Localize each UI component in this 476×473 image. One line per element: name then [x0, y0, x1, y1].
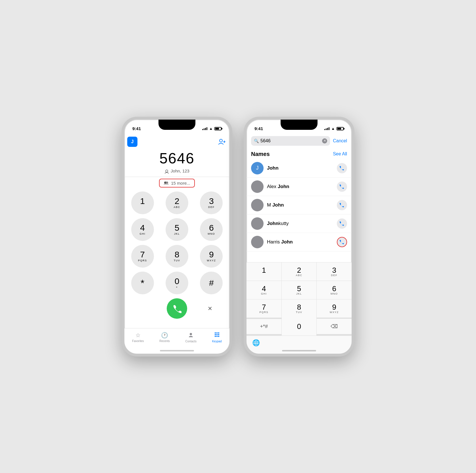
contact-initial-btn[interactable]: J [127, 137, 137, 147]
right-key-4[interactable]: 4 GHI [247, 281, 281, 299]
left-status-time: 9:41 [132, 126, 141, 131]
group-icon [164, 181, 169, 185]
svg-point-3 [166, 170, 168, 172]
key-8[interactable]: 8 TUV [166, 245, 188, 268]
contact-avatar-johnkutty [251, 217, 264, 230]
key-2[interactable]: 2 ABC [166, 191, 188, 214]
left-keypad: 1 2 ABC 3 DEF 4 GHI 5 JKL 6 MNO 7 PQRS 8 [127, 191, 227, 294]
call-m-john-btn[interactable] [337, 200, 347, 210]
contact-row-alex-john[interactable]: Alex John [247, 178, 352, 196]
right-key-7[interactable]: 7 PQRS [247, 299, 281, 318]
section-title: Names [251, 151, 270, 157]
search-input-wrapper[interactable]: 🔍 5646 ✕ [251, 136, 330, 146]
key-0[interactable]: 0 + [166, 272, 188, 294]
contact-row-harris-john[interactable]: Harris John [247, 233, 352, 251]
right-key-6[interactable]: 6 MNO [317, 281, 352, 299]
top-icons-row: J [124, 134, 229, 147]
tab-recents-label: Recents [159, 339, 170, 343]
right-key-9[interactable]: 9 WXYZ [317, 299, 352, 318]
svg-rect-11 [215, 334, 216, 335]
contact-list: J John Alex John [247, 159, 352, 251]
person-add-icon [218, 138, 226, 146]
tab-recents[interactable]: 🕐 Recents [159, 332, 170, 343]
svg-rect-15 [216, 336, 218, 337]
more-contacts-btn[interactable]: 15 more... [159, 179, 195, 187]
right-key-1[interactable]: 1 [247, 262, 281, 281]
tab-keypad[interactable]: Keypad [212, 332, 222, 343]
phone-icon-5 [339, 239, 345, 245]
svg-rect-8 [215, 332, 216, 334]
phone-icon-2 [339, 184, 345, 189]
contact-row-m-john[interactable]: M John [247, 196, 352, 214]
right-keypad-area: 1 2 ABC 3 DEF 4 GHI 5 JKL 6 MNO [247, 259, 352, 336]
search-input[interactable]: 5646 [260, 138, 320, 143]
globe-icon[interactable]: 🌐 [252, 339, 260, 347]
right-key-8[interactable]: 8 TUV [282, 299, 317, 318]
contact-avatar-m-john [251, 199, 264, 211]
favorites-icon: ☆ [135, 332, 141, 339]
divider [124, 177, 229, 177]
contact-name-harris-john: Harris John [267, 239, 333, 245]
svg-rect-10 [218, 332, 219, 334]
right-status-icons: ▲ [324, 126, 344, 131]
contact-name-john: John [267, 165, 333, 171]
battery-icon [214, 127, 222, 130]
right-key-delete[interactable]: ⌫ [317, 319, 352, 334]
search-clear-btn[interactable]: ✕ [322, 138, 327, 143]
recents-icon: 🕐 [161, 332, 168, 339]
call-johnkutty-btn[interactable] [337, 218, 347, 229]
contact-suggestion: John, 123 15 more... [124, 168, 229, 187]
svg-point-0 [220, 139, 222, 142]
contact-row-john[interactable]: J John [247, 159, 352, 178]
svg-rect-14 [215, 336, 216, 337]
right-key-3[interactable]: 3 DEF [317, 262, 352, 281]
key-7[interactable]: 7 PQRS [131, 245, 154, 268]
tab-contacts[interactable]: Contacts [185, 332, 197, 343]
search-cancel-btn[interactable]: Cancel [333, 138, 347, 143]
svg-point-5 [166, 182, 168, 184]
right-wifi-icon: ▲ [331, 126, 335, 131]
see-all-btn[interactable]: See All [333, 151, 347, 157]
contact-avatar-john: J [251, 162, 264, 174]
home-indicator [160, 350, 194, 351]
contact-suggestion-name: John, 123 [171, 168, 189, 173]
key-hash[interactable]: # [200, 272, 223, 294]
right-key-0[interactable]: 0 [282, 318, 317, 336]
call-alex-john-btn[interactable] [337, 182, 347, 192]
call-harris-john-btn[interactable] [337, 237, 347, 247]
call-icon [172, 304, 181, 313]
right-home-indicator [282, 350, 316, 351]
svg-rect-9 [216, 332, 218, 334]
right-battery-icon [337, 127, 344, 130]
right-phone: 9:41 ▲ 🔍 5646 ✕ Cancel Names See All [244, 117, 354, 357]
svg-rect-12 [216, 334, 218, 335]
contact-row-johnkutty[interactable]: Johnkutty [247, 214, 352, 233]
notch [158, 120, 195, 130]
key-5[interactable]: 5 JKL [166, 218, 188, 241]
right-key-5[interactable]: 5 JKL [282, 281, 317, 299]
right-key-special[interactable]: +*# [247, 319, 281, 334]
call-john-btn[interactable] [337, 163, 347, 173]
right-key-2[interactable]: 2 ABC [282, 262, 317, 281]
key-1[interactable]: 1 [131, 191, 154, 214]
tab-favorites-label: Favorites [132, 339, 144, 343]
contact-avatar-alex-john [251, 180, 264, 193]
key-3[interactable]: 3 DEF [200, 191, 223, 214]
key-star[interactable]: * [131, 272, 154, 294]
tab-contacts-label: Contacts [185, 340, 197, 343]
more-contacts-label: 15 more... [171, 181, 190, 186]
contact-avatar-harris-john [251, 236, 264, 248]
dialed-number: 5646 [124, 150, 229, 167]
svg-point-7 [190, 333, 192, 335]
delete-button[interactable]: ✕ [204, 303, 216, 314]
add-contact-btn[interactable] [216, 137, 227, 147]
key-4[interactable]: 4 GHI [131, 218, 154, 241]
wifi-icon: ▲ [209, 126, 213, 131]
contact-name-johnkutty: Johnkutty [267, 221, 333, 226]
key-6[interactable]: 6 MNO [200, 218, 223, 241]
right-signal-bars-icon [324, 127, 329, 130]
call-button[interactable] [167, 298, 187, 319]
tab-favorites[interactable]: ☆ Favorites [132, 332, 144, 343]
key-9[interactable]: 9 WXYZ [200, 245, 223, 268]
contact-name-m-john: M John [267, 202, 333, 208]
